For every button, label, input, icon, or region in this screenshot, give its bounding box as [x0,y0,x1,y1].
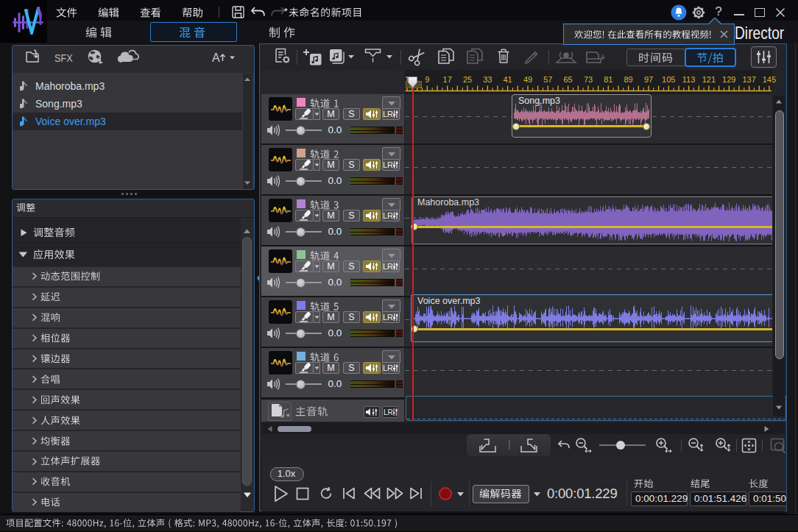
svg-text:49: 49 [523,75,532,84]
svg-text:121: 121 [702,75,716,84]
svg-text:9: 9 [425,75,429,84]
svg-text:57: 57 [543,75,552,84]
svg-text:89: 89 [624,75,632,84]
svg-text:105: 105 [662,75,675,84]
svg-text:A: A [212,52,220,64]
svg-text:137: 137 [742,75,755,84]
svg-text:41: 41 [503,75,512,84]
svg-text:33: 33 [483,75,492,84]
svg-text:17: 17 [443,75,452,84]
svg-text:145: 145 [763,75,776,84]
svg-text:81: 81 [604,75,612,84]
svg-text:65: 65 [563,75,572,84]
svg-text:LR: LR [384,408,393,416]
svg-text:LR: LR [383,262,393,271]
svg-text:LR: LR [383,363,393,372]
svg-text:25: 25 [463,75,472,84]
svg-text:LR: LR [383,211,393,220]
svg-text:113: 113 [682,75,696,84]
svg-text:LR: LR [383,160,393,169]
svg-text:LR: LR [383,313,393,322]
svg-text:LR: LR [383,110,393,118]
svg-text:129: 129 [722,75,735,84]
svg-text:73: 73 [584,75,593,84]
svg-text:97: 97 [644,75,653,84]
